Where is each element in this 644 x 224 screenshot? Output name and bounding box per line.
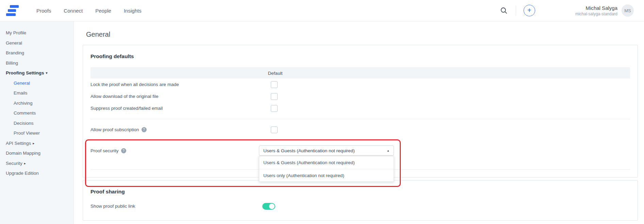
app-logo[interactable]	[6, 5, 21, 16]
sidebar-item-label: Proof Viewer	[14, 131, 40, 136]
sidebar-item-archiving[interactable]: Archiving	[0, 98, 73, 108]
main-nav: Proofs Connect People Insights	[36, 8, 142, 14]
help-icon[interactable]: ?	[142, 127, 147, 132]
chevron-right-icon: ▸	[24, 161, 26, 165]
default-column-header: Default	[268, 70, 283, 75]
table-row: Lock the proof when all decisions are ma…	[90, 79, 630, 90]
page-title: General	[86, 31, 644, 38]
logo-bar	[10, 5, 19, 8]
settings-sidebar: My Profile General Branding Billing Proo…	[0, 21, 74, 224]
sidebar-item-general[interactable]: General	[0, 38, 73, 48]
row-label: Lock the proof when all decisions are ma…	[90, 82, 179, 87]
nav-item-insights[interactable]: Insights	[124, 8, 142, 14]
sidebar-item-my-profile[interactable]: My Profile	[0, 28, 73, 38]
chevron-right-icon: ▸	[33, 141, 34, 145]
caret-up-icon: ▲	[387, 149, 390, 152]
public-link-toggle[interactable]	[262, 203, 275, 210]
row-label: Allow download of the original file	[90, 94, 159, 99]
plus-icon: +	[527, 7, 531, 14]
sidebar-item-upgrade-edition[interactable]: Upgrade Edition	[0, 168, 73, 178]
sidebar-item-label: Emails	[14, 90, 28, 96]
sidebar-item-label: API Settings	[6, 141, 31, 146]
sidebar-item-label: Billing	[6, 61, 18, 66]
table-row: Allow download of the original file	[90, 90, 630, 102]
logo-bar	[6, 13, 16, 16]
proof-security-select[interactable]: Users & Guests (Authentication not requi…	[259, 145, 394, 156]
table-row: Allow proof subscription ?	[90, 124, 630, 136]
sidebar-item-label: Upgrade Edition	[6, 171, 39, 176]
sidebar-item-proof-viewer[interactable]: Proof Viewer	[0, 128, 73, 138]
nav-item-proofs[interactable]: Proofs	[36, 8, 51, 14]
sidebar-item-proofing-general[interactable]: General	[0, 78, 73, 88]
row-label: Show proof public link	[90, 204, 135, 209]
sidebar-item-label: Decisions	[14, 121, 34, 126]
sidebar-item-label: My Profile	[6, 30, 26, 35]
sidebar-item-proofing-settings[interactable]: Proofing Settings ▾	[0, 68, 73, 78]
main-content: General Proofing defaults Default Lock t…	[74, 21, 644, 224]
help-icon[interactable]: ?	[121, 148, 126, 153]
table-row: Show proof public link	[90, 200, 630, 212]
nav-item-connect[interactable]: Connect	[64, 8, 83, 14]
topbar-right: + Michal Salyga michal-salyga-standard M…	[500, 4, 634, 17]
logo-bar	[8, 9, 16, 12]
chevron-down-icon: ▾	[46, 71, 48, 75]
selected-option-text: Users & Guests (Authentication not requi…	[263, 148, 355, 153]
section-divider	[90, 119, 630, 119]
topbar-divider	[516, 5, 516, 16]
search-icon[interactable]	[500, 7, 508, 14]
sidebar-item-label: Domain Mapping	[6, 151, 40, 156]
dropdown-option-users-only[interactable]: Users only (Authentication not required)	[259, 169, 394, 182]
sidebar-item-label: Comments	[14, 110, 36, 116]
nav-item-people[interactable]: People	[95, 8, 111, 14]
sidebar-item-domain-mapping[interactable]: Domain Mapping	[0, 148, 73, 158]
proof-sharing-card: Proof sharing Show proof public link	[83, 180, 638, 221]
row-label-text: Allow proof subscription	[90, 127, 139, 132]
sidebar-item-emails[interactable]: Emails	[0, 88, 73, 98]
app-root: Proofs Connect People Insights + Michal …	[0, 0, 644, 224]
sidebar-item-api-settings[interactable]: API Settings ▸	[0, 138, 73, 149]
user-account: michal-salyga-standard	[575, 12, 617, 16]
avatar[interactable]: MS	[622, 4, 634, 17]
create-new-button[interactable]: +	[524, 5, 535, 16]
proofing-defaults-heading: Proofing defaults	[90, 53, 630, 59]
row-label: Proof security ?	[90, 138, 126, 153]
row-label: Allow proof subscription ?	[90, 127, 147, 132]
proof-security-select-wrap: Users & Guests (Authentication not requi…	[259, 145, 394, 156]
sidebar-item-label: General	[14, 81, 30, 86]
suppress-email-checkbox[interactable]	[271, 105, 278, 112]
proofing-defaults-card: Proofing defaults Default Lock the proof…	[83, 45, 638, 177]
sidebar-item-decisions[interactable]: Decisions	[0, 118, 73, 128]
user-name: Michal Salyga	[575, 5, 617, 11]
sidebar-item-label: Security	[6, 161, 22, 166]
sidebar-item-billing[interactable]: Billing	[0, 58, 73, 68]
sidebar-item-branding[interactable]: Branding	[0, 48, 73, 58]
dropdown-option-users-and-guests[interactable]: Users & Guests (Authentication not requi…	[259, 156, 394, 169]
lock-proof-checkbox[interactable]	[271, 81, 278, 88]
toggle-knob	[269, 204, 275, 209]
topbar: Proofs Connect People Insights + Michal …	[0, 0, 644, 21]
row-label: Suppress proof created/failed email	[90, 106, 163, 111]
sidebar-item-label: Archiving	[14, 101, 33, 106]
sidebar-item-security[interactable]: Security ▸	[0, 158, 73, 169]
proof-security-dropdown: Users & Guests (Authentication not requi…	[259, 156, 394, 182]
proof-subscription-checkbox[interactable]	[271, 126, 278, 133]
sidebar-item-comments[interactable]: Comments	[0, 108, 73, 118]
defaults-table-header: Default	[90, 67, 630, 79]
row-label-text: Proof security	[90, 148, 119, 153]
table-row: Suppress proof created/failed email	[90, 102, 630, 114]
user-menu[interactable]: Michal Salyga michal-salyga-standard	[575, 5, 617, 16]
sidebar-item-label: Proofing Settings	[6, 70, 44, 75]
sidebar-item-label: Branding	[6, 50, 24, 55]
allow-download-checkbox[interactable]	[271, 93, 278, 100]
avatar-initials: MS	[624, 8, 631, 13]
proof-security-row: Proof security ? Users & Guests (Authent…	[90, 138, 630, 170]
proof-sharing-heading: Proof sharing	[90, 189, 630, 195]
sidebar-item-label: General	[6, 40, 22, 46]
